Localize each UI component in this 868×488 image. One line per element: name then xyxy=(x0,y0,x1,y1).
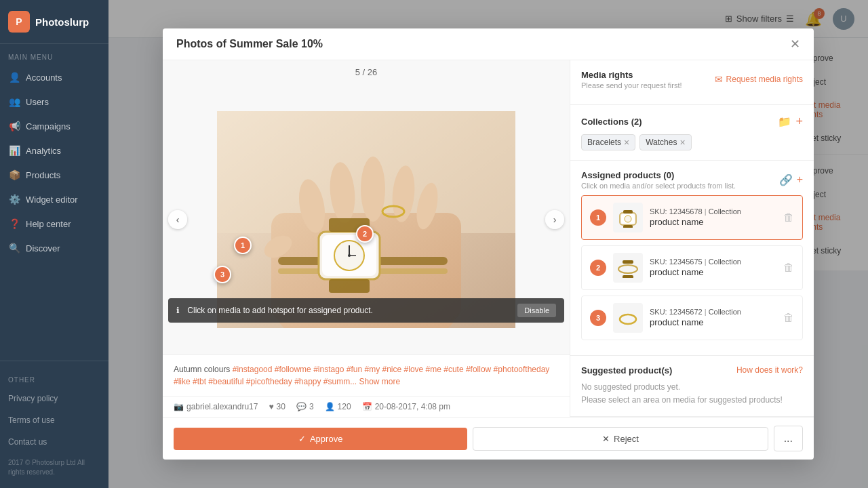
sidebar-item-analytics[interactable]: 📊 Analytics xyxy=(0,138,108,163)
media-rights-subtitle: Please send your request first! xyxy=(581,81,682,89)
hotspot-3[interactable]: 3 xyxy=(214,266,231,283)
caption-text: Autumn colours #instagood #followme #ins… xyxy=(174,363,559,388)
accounts-icon: 👤 xyxy=(8,71,20,83)
sidebar-item-label: Terms of use xyxy=(8,415,55,425)
sidebar-item-accounts[interactable]: 👤 Accounts xyxy=(0,65,108,89)
discover-icon: 🔍 xyxy=(8,242,20,254)
delete-product-3-button[interactable]: 🗑 xyxy=(783,312,794,324)
hotspot-2[interactable]: 2 xyxy=(356,225,374,243)
assigned-icons: 🔗 + xyxy=(779,174,803,186)
widget-editor-icon: ⚙️ xyxy=(8,193,20,205)
media-panel: 5 / 26 ‹ › xyxy=(163,60,570,417)
sidebar-item-help-center[interactable]: ❓ Help center xyxy=(0,211,108,236)
hotspot-1[interactable]: 1 xyxy=(234,237,252,254)
more-options-button[interactable]: ... xyxy=(774,426,803,451)
sidebar-bottom: OTHER Privacy policy Terms of use Contac… xyxy=(0,361,108,488)
product-info-3: SKU: 12345672 | Collection product name xyxy=(650,308,776,327)
svg-point-23 xyxy=(625,216,631,222)
sidebar-item-privacy-policy[interactable]: Privacy policy xyxy=(0,388,108,409)
request-media-rights-button[interactable]: ✉ Request media rights xyxy=(715,74,803,85)
nav-next-button[interactable]: › xyxy=(545,210,564,229)
remove-collection-bracelets[interactable]: × xyxy=(624,137,629,148)
product-item-3[interactable]: 3 SKU: 12345672 | Collection produ xyxy=(581,296,803,340)
sidebar-item-discover[interactable]: 🔍 Discover xyxy=(0,236,108,260)
assigned-products-header: Assigned products (0) Click on media and… xyxy=(581,170,803,190)
media-rights-section: Media rights Please send your request fi… xyxy=(570,60,814,105)
product-num-1: 1 xyxy=(590,209,606,226)
remove-collection-watches[interactable]: × xyxy=(679,137,685,148)
modal-footer: ✓ Approve ✕ Reject ... xyxy=(163,417,814,460)
add-product-button[interactable]: + xyxy=(797,174,803,186)
main-menu-label: MAIN MENU xyxy=(0,44,108,65)
suggested-empty-line1: No suggested products yet. xyxy=(581,381,803,394)
how-does-it-work-link[interactable]: How does it work? xyxy=(736,365,803,375)
approve-check-icon: ✓ xyxy=(298,434,306,444)
svg-rect-24 xyxy=(623,210,633,214)
reject-label: Reject xyxy=(614,434,639,444)
sidebar-item-contact-us[interactable]: Contact us xyxy=(0,431,108,453)
sidebar-item-label: Campaigns xyxy=(26,121,71,131)
show-more-link[interactable]: Show more xyxy=(359,377,401,386)
collection-tags: Bracelets × Watches × xyxy=(581,134,803,150)
sidebar-item-label: Discover xyxy=(26,243,60,253)
sidebar-item-users[interactable]: 👥 Users xyxy=(0,89,108,114)
sidebar-item-widget-editor[interactable]: ⚙️ Widget editor xyxy=(0,187,108,211)
product-item-1[interactable]: 1 xyxy=(581,195,803,240)
media-meta: 📷 gabriel.alexandru17 ♥ 30 💬 3 👤 xyxy=(163,396,570,417)
modal-header: Photos of Summer Sale 10% ✕ xyxy=(163,28,814,60)
info-banner: ℹ Click on media to add hotspot for assi… xyxy=(168,298,564,323)
media-counter: 5 / 26 xyxy=(163,60,570,84)
assigned-products-section: Assigned products (0) Click on media and… xyxy=(570,161,814,356)
sidebar: P Photoslurp MAIN MENU 👤 Accounts 👥 User… xyxy=(0,0,108,488)
app-logo-icon: P xyxy=(8,11,30,33)
sidebar-logo[interactable]: P Photoslurp xyxy=(0,0,108,44)
nav-prev-button[interactable]: ‹ xyxy=(168,210,187,229)
instagram-icon: 📷 xyxy=(174,402,184,411)
svg-rect-25 xyxy=(623,225,633,228)
disable-button[interactable]: Disable xyxy=(517,304,556,317)
suggested-products-section: Suggested product(s) How does it work? N… xyxy=(570,356,814,417)
suggested-empty-message: No suggested products yet. Please select… xyxy=(581,381,803,407)
sidebar-item-label: Users xyxy=(26,97,49,107)
approve-button[interactable]: ✓ Approve xyxy=(174,428,467,450)
product-item-2[interactable]: 2 SKU: 12345675 | Collection xyxy=(581,245,803,290)
folder-button[interactable]: 📁 xyxy=(778,115,791,128)
svg-rect-28 xyxy=(623,275,633,278)
sidebar-item-label: Analytics xyxy=(26,146,61,156)
media-image xyxy=(163,111,570,328)
collection-tag-watches: Watches × xyxy=(639,134,691,150)
sidebar-item-campaigns[interactable]: 📢 Campaigns xyxy=(0,114,108,138)
suggested-products-header: Suggested product(s) How does it work? xyxy=(581,365,803,375)
heart-icon: ♥ xyxy=(269,402,273,411)
modal-close-button[interactable]: ✕ xyxy=(790,38,800,50)
copyright-text: 2017 © Photoslurp Ltd All rights reserve… xyxy=(0,453,108,483)
svg-point-29 xyxy=(620,314,636,324)
sidebar-item-label: Products xyxy=(26,170,60,180)
info-banner-text: Click on media to add hotspot for assign… xyxy=(187,306,373,315)
product-num-3: 3 xyxy=(590,310,606,326)
product-sku-2: SKU: 12345675 | Collection xyxy=(650,258,776,266)
author-name: gabriel.alexandru17 xyxy=(186,402,258,411)
product-thumb-2 xyxy=(613,253,643,283)
sidebar-item-label: Privacy policy xyxy=(8,394,58,403)
collection-tag-label: Watches xyxy=(646,138,677,147)
modal-overlay[interactable]: Photos of Summer Sale 10% ✕ 5 / 26 ‹ › xyxy=(108,0,868,488)
media-rights-title: Media rights xyxy=(581,70,682,80)
author-meta: 📷 gabriel.alexandru17 xyxy=(174,402,258,411)
link-icon-button[interactable]: 🔗 xyxy=(779,174,793,186)
delete-product-1-button[interactable]: 🗑 xyxy=(783,211,794,224)
sidebar-item-label: Help center xyxy=(26,219,71,229)
delete-product-2-button[interactable]: 🗑 xyxy=(783,262,794,274)
calendar-icon: 📅 xyxy=(362,402,372,411)
svg-point-26 xyxy=(618,265,637,273)
add-collection-button[interactable]: + xyxy=(795,115,803,129)
likes-count: 30 xyxy=(277,402,285,411)
request-btn-label: Request media rights xyxy=(726,75,803,84)
reject-button[interactable]: ✕ Reject xyxy=(473,427,768,451)
ring-thumbnail xyxy=(614,308,642,328)
sidebar-item-terms-of-use[interactable]: Terms of use xyxy=(0,409,108,431)
sidebar-item-products[interactable]: 📦 Products xyxy=(0,163,108,187)
collections-section: Collections (2) 📁 + Bracelets × xyxy=(570,105,814,161)
svg-rect-27 xyxy=(623,260,633,264)
info-icon: ℹ xyxy=(176,306,180,315)
